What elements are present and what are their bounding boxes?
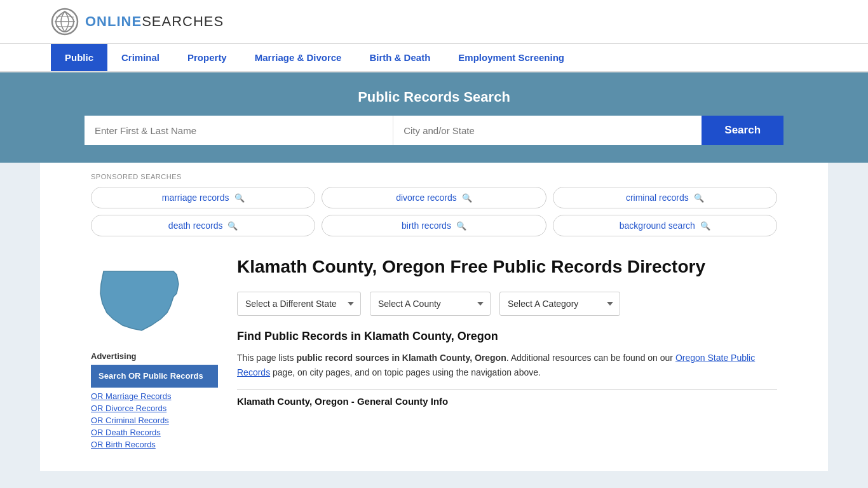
desc-part3: page, on city pages, and on topic pages … — [270, 367, 541, 377]
state-dropdown[interactable]: Select a Different State — [237, 292, 361, 316]
search-banner: Public Records Search Search — [0, 72, 868, 163]
find-records-title: Find Public Records in Klamath County, O… — [237, 330, 777, 343]
sidebar-link-birth[interactable]: OR Birth Records — [91, 440, 218, 449]
ad-box-text: Search OR Public Records — [98, 371, 203, 381]
category-dropdown[interactable]: Select A Category — [499, 292, 620, 316]
search-icon: 🔍 — [234, 193, 245, 203]
advertising-label: Advertising — [91, 351, 218, 361]
advertising-section: Advertising Search OR Public Records OR … — [91, 351, 218, 449]
sponsored-item-criminal[interactable]: criminal records 🔍 — [553, 187, 777, 208]
sponsored-grid: marriage records 🔍 divorce records 🔍 cri… — [91, 187, 777, 236]
logo[interactable]: ONLINESEARCHES — [51, 8, 224, 36]
desc-bold: public record sources in Klamath County,… — [296, 353, 506, 363]
sponsored-text: background search — [620, 220, 695, 231]
search-icon: 🔍 — [227, 221, 238, 231]
county-dropdown[interactable]: Select A County — [370, 292, 491, 316]
search-button[interactable]: Search — [702, 116, 783, 145]
nav-item-birth-death[interactable]: Birth & Death — [355, 44, 444, 71]
logo-text: ONLINESEARCHES — [85, 13, 224, 30]
nav-item-marriage-divorce[interactable]: Marriage & Divorce — [241, 44, 356, 71]
logo-icon — [51, 8, 79, 36]
sidebar-link-marriage[interactable]: OR Marriage Records — [91, 391, 218, 401]
nav-item-property[interactable]: Property — [173, 44, 241, 71]
sponsored-text: marriage records — [162, 193, 229, 203]
sponsored-text: criminal records — [626, 193, 689, 203]
main-nav: Public Criminal Property Marriage & Divo… — [0, 44, 868, 72]
sponsored-text: death records — [168, 220, 223, 231]
search-form: Search — [85, 116, 783, 145]
search-icon: 🔍 — [700, 221, 710, 231]
sidebar-link-criminal[interactable]: OR Criminal Records — [91, 416, 218, 425]
sidebar: Advertising Search OR Public Records OR … — [91, 255, 218, 452]
location-input[interactable] — [393, 116, 702, 145]
sidebar-links: OR Marriage Records OR Divorce Records O… — [91, 391, 218, 449]
main-content: Klamath County, Oregon Free Public Recor… — [237, 255, 777, 452]
sidebar-link-death[interactable]: OR Death Records — [91, 428, 218, 437]
sponsored-text: birth records — [402, 220, 451, 231]
content-area: Advertising Search OR Public Records OR … — [40, 243, 828, 471]
header: ONLINESEARCHES — [0, 0, 868, 44]
sidebar-link-divorce[interactable]: OR Divorce Records — [91, 403, 218, 413]
main-wrapper: SPONSORED SEARCHES marriage records 🔍 di… — [40, 163, 828, 471]
search-icon: 🔍 — [462, 193, 472, 203]
name-input[interactable] — [85, 116, 393, 145]
section-divider — [237, 389, 777, 390]
desc-part1: This page lists — [237, 353, 296, 363]
banner-title: Public Records Search — [51, 89, 817, 105]
sponsored-text: divorce records — [396, 193, 457, 203]
section-sub-title: Klamath County, Oregon - General County … — [237, 396, 777, 407]
sponsored-item-birth[interactable]: birth records 🔍 — [322, 215, 546, 236]
search-icon: 🔍 — [694, 193, 704, 203]
sponsored-item-background[interactable]: background search 🔍 — [553, 215, 777, 236]
page-title: Klamath County, Oregon Free Public Recor… — [237, 255, 777, 278]
nav-item-public[interactable]: Public — [51, 44, 107, 71]
nav-item-employment[interactable]: Employment Screening — [444, 44, 578, 71]
ad-box[interactable]: Search OR Public Records — [91, 365, 218, 388]
sponsored-section: SPONSORED SEARCHES marriage records 🔍 di… — [40, 163, 828, 243]
state-map — [91, 262, 218, 340]
oregon-map-svg — [91, 262, 186, 338]
sponsored-label: SPONSORED SEARCHES — [91, 173, 777, 180]
sponsored-item-divorce[interactable]: divorce records 🔍 — [322, 187, 546, 208]
sponsored-item-marriage[interactable]: marriage records 🔍 — [91, 187, 315, 208]
oregon-shape — [100, 271, 179, 330]
sponsored-item-death[interactable]: death records 🔍 — [91, 215, 315, 236]
nav-item-criminal[interactable]: Criminal — [107, 44, 173, 71]
search-icon: 🔍 — [456, 221, 466, 231]
desc-part2: . Additional resources can be found on o… — [506, 353, 675, 363]
description-text: This page lists public record sources in… — [237, 351, 777, 380]
dropdowns-row: Select a Different State Select A County… — [237, 292, 777, 316]
